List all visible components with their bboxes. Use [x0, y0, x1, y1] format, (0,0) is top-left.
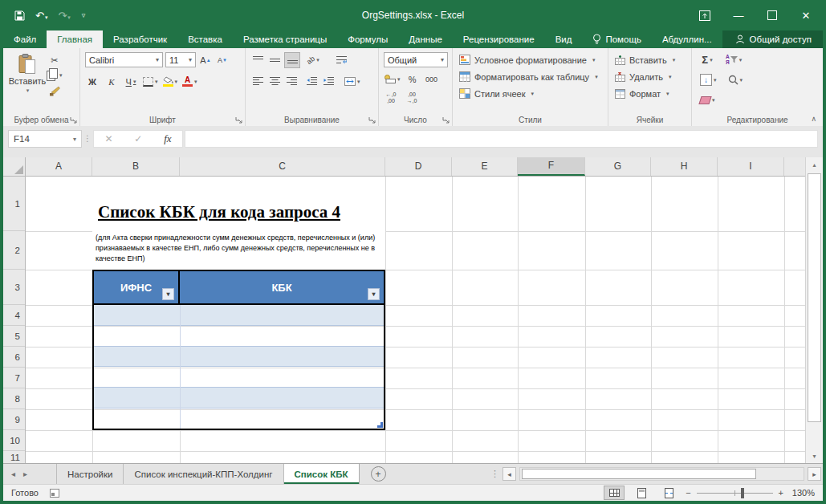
format-painter-button[interactable]	[47, 83, 63, 98]
copy-button[interactable]	[47, 68, 63, 83]
tab-help[interactable]: Помощь	[582, 30, 651, 48]
column-header-c[interactable]: C	[180, 157, 385, 176]
comma-style-button[interactable]: 000	[425, 72, 439, 87]
scroll-up-button[interactable]: ▴	[806, 157, 823, 172]
next-sheet-button[interactable]: ▸	[23, 469, 27, 478]
conditional-formatting-button[interactable]: Условное форматирование	[459, 51, 604, 68]
tab-view[interactable]: Вид	[545, 30, 583, 48]
previous-sheet-button[interactable]: ◂	[11, 469, 15, 478]
clipboard-dialog-launcher[interactable]	[70, 116, 77, 124]
zoom-slider-thumb[interactable]	[741, 488, 744, 498]
row-header-7[interactable]: 7	[3, 368, 25, 388]
scroll-right-button[interactable]: ▸	[808, 467, 821, 481]
row-header-8[interactable]: 8	[3, 388, 25, 409]
zoom-out-button[interactable]: −	[686, 488, 690, 498]
number-format-combo[interactable]: Общий▾	[384, 52, 448, 67]
underline-button[interactable]: Ч	[124, 75, 138, 89]
account-name[interactable]: Абдуллин...	[652, 30, 722, 48]
fill-color-button[interactable]	[163, 75, 178, 89]
align-right-button[interactable]	[284, 75, 299, 89]
column-header-h[interactable]: H	[651, 157, 718, 176]
accounting-format-button[interactable]	[384, 72, 401, 87]
name-box[interactable]: F14 ▾	[8, 130, 82, 148]
column-header-d[interactable]: D	[385, 157, 452, 176]
column-header-partial[interactable]	[784, 157, 805, 176]
ribbon-display-options-button[interactable]	[688, 0, 722, 30]
table-row[interactable]	[94, 366, 384, 387]
column-header-b[interactable]: B	[92, 157, 180, 176]
format-cells-button[interactable]: Формат	[615, 85, 688, 102]
tab-data[interactable]: Данные	[398, 30, 453, 48]
tab-splitter-icon[interactable]: ⋮	[490, 469, 499, 479]
formula-input[interactable]	[185, 130, 818, 148]
maximize-button[interactable]	[755, 0, 789, 30]
percent-style-button[interactable]: %	[405, 72, 420, 87]
normal-view-button[interactable]	[604, 486, 625, 500]
vertical-scrollbar[interactable]: ▴ ▾	[805, 157, 823, 463]
share-button[interactable]: Общий доступ	[722, 30, 824, 48]
italic-button[interactable]: К	[104, 75, 119, 89]
ifns-filter-button[interactable]: ▾	[162, 288, 174, 300]
column-header-a[interactable]: A	[26, 157, 92, 176]
sheet-tab-settings[interactable]: Настройки	[56, 464, 124, 484]
zoom-slider[interactable]	[697, 493, 773, 494]
decrease-font-button[interactable]: A▼	[215, 53, 230, 67]
row-header-4[interactable]: 4	[3, 305, 25, 326]
delete-cells-button[interactable]: Удалить	[615, 68, 688, 85]
page-break-view-button[interactable]	[658, 486, 679, 500]
select-all-corner[interactable]	[3, 157, 26, 177]
merge-center-button[interactable]	[344, 75, 360, 89]
sheet-tab-inspections[interactable]: Список инспекций-КПП-Холдинг	[124, 464, 283, 484]
redo-button[interactable]: ↷▾	[58, 10, 70, 22]
undo-button[interactable]: ↶▾	[35, 10, 47, 22]
increase-decimal-button[interactable]: ←,0,00	[384, 91, 398, 105]
table-resize-handle-icon[interactable]	[377, 422, 383, 428]
format-as-table-button[interactable]: Форматировать как таблицу	[459, 68, 604, 85]
alignment-dialog-launcher[interactable]	[368, 116, 376, 124]
close-button[interactable]: ✕	[789, 0, 823, 30]
increase-font-button[interactable]: A▲	[198, 53, 213, 67]
tab-developer[interactable]: Разработчик	[103, 30, 177, 48]
page-layout-view-button[interactable]	[631, 486, 652, 500]
formula-bar-splitter[interactable]: ⋮	[82, 130, 93, 148]
row-header-11[interactable]: 11	[3, 451, 25, 463]
tab-page-layout[interactable]: Разметка страницы	[233, 30, 337, 48]
font-name-combo[interactable]: Calibri▾	[85, 52, 163, 67]
fill-button[interactable]: ↓	[700, 73, 717, 87]
tab-file[interactable]: Файл	[3, 30, 47, 48]
zoom-in-button[interactable]: +	[779, 488, 783, 498]
table-row[interactable]	[94, 408, 384, 429]
cell-styles-button[interactable]: Стили ячеек	[459, 85, 604, 102]
sheet-tab-kbk-active[interactable]: Список КБК	[284, 464, 360, 484]
vertical-scrollbar-thumb[interactable]	[808, 173, 821, 422]
decrease-decimal-button[interactable]: ,00→,0	[405, 91, 419, 105]
tab-review[interactable]: Рецензирование	[453, 30, 545, 48]
orientation-button[interactable]: ab	[306, 53, 320, 67]
table-row[interactable]	[94, 325, 384, 346]
row-header-2[interactable]: 2	[3, 231, 25, 270]
horizontal-scrollbar[interactable]	[519, 467, 804, 481]
find-select-button[interactable]	[728, 73, 743, 87]
customize-qat-button[interactable]: ▿	[82, 11, 86, 19]
font-size-combo[interactable]: 11▾	[165, 52, 196, 67]
sort-filter-button[interactable]: АЯ	[726, 53, 742, 67]
table-row[interactable]	[94, 346, 384, 367]
paste-button[interactable]: Вставить ▾	[8, 51, 47, 104]
row-header-5[interactable]: 5	[3, 326, 25, 347]
new-sheet-button[interactable]: +	[371, 466, 386, 482]
align-top-button[interactable]	[250, 53, 265, 67]
number-dialog-launcher[interactable]	[442, 116, 450, 124]
align-middle-button[interactable]	[267, 53, 282, 67]
wrap-text-button[interactable]	[334, 53, 348, 67]
row-header-9[interactable]: 9	[3, 409, 25, 430]
save-icon[interactable]	[14, 10, 25, 21]
scroll-down-button[interactable]: ▾	[806, 449, 823, 463]
insert-function-icon[interactable]: fx	[164, 132, 171, 145]
column-header-g[interactable]: G	[585, 157, 651, 176]
table-row[interactable]	[94, 387, 384, 408]
kbk-table[interactable]: ИФНС ▾ КБК ▾	[92, 270, 385, 430]
cancel-formula-icon[interactable]: ✕	[104, 133, 112, 144]
column-header-f-selected[interactable]: F	[518, 157, 585, 176]
borders-button[interactable]	[143, 75, 158, 89]
bold-button[interactable]: Ж	[85, 75, 100, 89]
